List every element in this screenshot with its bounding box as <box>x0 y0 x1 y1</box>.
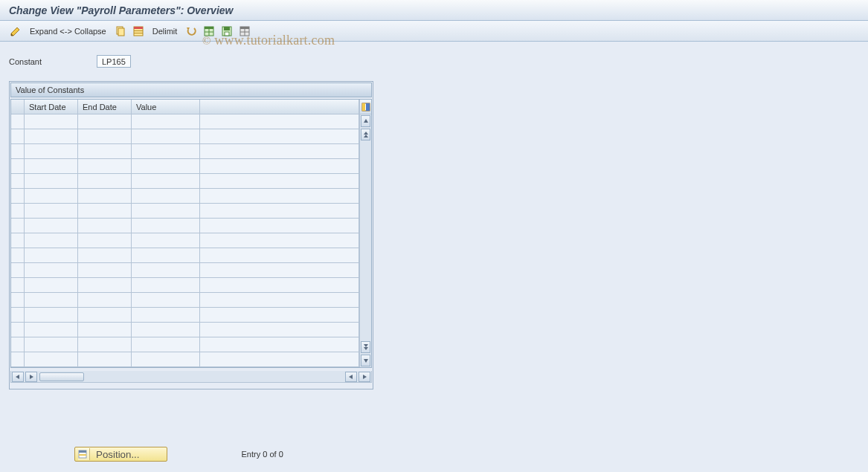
cell-value[interactable] <box>132 308 200 323</box>
column-end-date[interactable]: End Date <box>78 100 132 114</box>
cell-end-date[interactable] <box>78 233 132 248</box>
table-row[interactable] <box>11 293 359 308</box>
cell-value[interactable] <box>132 174 200 189</box>
cell-end-date[interactable] <box>78 323 132 337</box>
cell-value[interactable] <box>132 248 200 263</box>
cell-value[interactable] <box>132 159 200 174</box>
cell-start-date[interactable] <box>25 174 78 189</box>
table-row[interactable] <box>11 144 359 159</box>
cell-start-date[interactable] <box>25 159 78 174</box>
cell-end-date[interactable] <box>78 352 132 367</box>
row-handle-header[interactable] <box>11 100 25 114</box>
cell-end-date[interactable] <box>78 189 132 204</box>
row-handle[interactable] <box>11 159 25 174</box>
row-handle[interactable] <box>11 174 25 189</box>
cell-end-date[interactable] <box>78 144 132 159</box>
cell-value[interactable] <box>132 204 200 219</box>
cell-value[interactable] <box>132 278 200 293</box>
save-green-icon[interactable] <box>220 25 234 38</box>
table-row[interactable] <box>11 129 359 144</box>
cell-end-date[interactable] <box>78 293 132 308</box>
row-handle[interactable] <box>11 337 25 352</box>
row-handle[interactable] <box>11 293 25 308</box>
horizontal-scrollbar[interactable] <box>10 371 372 383</box>
cell-end-date[interactable] <box>78 114 132 129</box>
constant-value[interactable]: LP165 <box>97 55 131 68</box>
cell-start-date[interactable] <box>25 293 78 308</box>
cell-start-date[interactable] <box>25 189 78 204</box>
scroll-down-page-icon[interactable] <box>361 341 370 353</box>
table-gray-icon[interactable] <box>238 25 251 38</box>
table-row[interactable] <box>11 263 359 278</box>
row-handle[interactable] <box>11 308 25 323</box>
cell-start-date[interactable] <box>25 278 78 293</box>
table-row[interactable] <box>11 114 359 129</box>
cell-value[interactable] <box>132 352 200 367</box>
cell-start-date[interactable] <box>25 248 78 263</box>
vertical-scrollbar[interactable] <box>359 100 371 367</box>
cell-start-date[interactable] <box>25 204 78 219</box>
table-row[interactable] <box>11 189 359 204</box>
cell-end-date[interactable] <box>78 337 132 352</box>
table-row[interactable] <box>11 204 359 219</box>
scroll-thumb-horizontal[interactable] <box>39 372 84 381</box>
table-row[interactable] <box>11 248 359 263</box>
table-row[interactable] <box>11 233 359 248</box>
cell-end-date[interactable] <box>78 263 132 278</box>
cell-start-date[interactable] <box>25 114 78 129</box>
cell-value[interactable] <box>132 189 200 204</box>
row-handle[interactable] <box>11 233 25 248</box>
cell-end-date[interactable] <box>78 159 132 174</box>
expand-collapse-button[interactable]: Expand <-> Collapse <box>27 27 109 36</box>
cell-value[interactable] <box>132 337 200 352</box>
undo-icon[interactable] <box>184 25 198 38</box>
cell-end-date[interactable] <box>78 129 132 144</box>
cell-end-date[interactable] <box>78 248 132 263</box>
cell-start-date[interactable] <box>25 233 78 248</box>
table-row[interactable] <box>11 174 359 189</box>
scroll-right-icon[interactable] <box>359 372 370 382</box>
column-value[interactable]: Value <box>132 100 200 114</box>
scroll-down-icon[interactable] <box>361 355 370 366</box>
cell-start-date[interactable] <box>25 219 78 233</box>
table-row[interactable] <box>11 219 359 233</box>
cell-end-date[interactable] <box>78 308 132 323</box>
scroll-up-page-icon[interactable] <box>361 129 370 140</box>
scroll-up-icon[interactable] <box>361 115 370 127</box>
row-handle[interactable] <box>11 129 25 144</box>
cell-start-date[interactable] <box>25 263 78 278</box>
cell-end-date[interactable] <box>78 278 132 293</box>
table-row[interactable] <box>11 308 359 323</box>
cell-start-date[interactable] <box>25 308 78 323</box>
table-row[interactable] <box>11 352 359 367</box>
cell-value[interactable] <box>132 293 200 308</box>
cell-value[interactable] <box>132 129 200 144</box>
copy-icon[interactable] <box>114 25 127 38</box>
row-handle[interactable] <box>11 144 25 159</box>
row-handle[interactable] <box>11 114 25 129</box>
row-handle[interactable] <box>11 323 25 337</box>
table-green-icon[interactable] <box>202 25 216 38</box>
delimit-button[interactable]: Delimit <box>150 27 181 36</box>
scroll-track-vertical[interactable] <box>360 141 371 340</box>
table-row[interactable] <box>11 323 359 337</box>
cell-value[interactable] <box>132 144 200 159</box>
cell-start-date[interactable] <box>25 144 78 159</box>
scroll-left-end-icon[interactable] <box>345 372 357 382</box>
cell-start-date[interactable] <box>25 323 78 337</box>
cell-start-date[interactable] <box>25 337 78 352</box>
cell-value[interactable] <box>132 219 200 233</box>
scroll-right-inner-icon[interactable] <box>25 372 37 382</box>
position-button[interactable]: Position... <box>74 447 167 462</box>
table-row[interactable] <box>11 337 359 352</box>
cell-value[interactable] <box>132 263 200 278</box>
table-settings-icon[interactable] <box>360 100 371 114</box>
table-row[interactable] <box>11 278 359 293</box>
row-handle[interactable] <box>11 204 25 219</box>
row-handle[interactable] <box>11 189 25 204</box>
cell-end-date[interactable] <box>78 204 132 219</box>
cell-value[interactable] <box>132 233 200 248</box>
cell-start-date[interactable] <box>25 352 78 367</box>
pencil-icon[interactable] <box>9 25 22 38</box>
cell-end-date[interactable] <box>78 219 132 233</box>
